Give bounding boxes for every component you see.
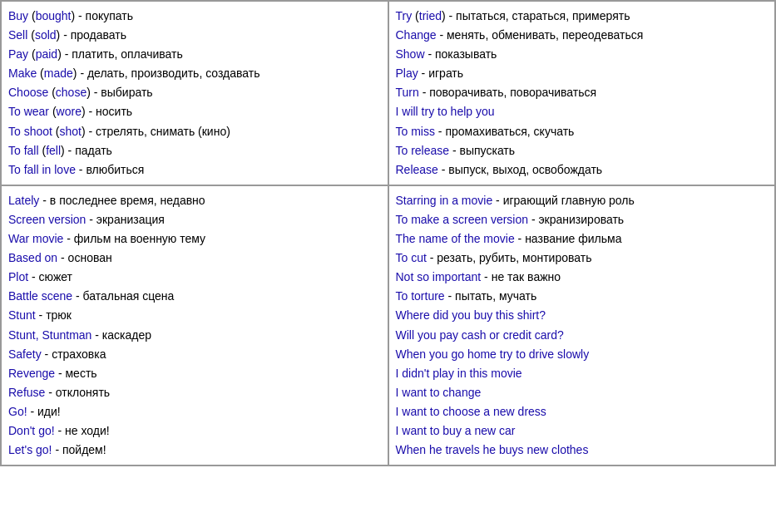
vocabulary-line: To wear (wore) - носить [8,102,381,121]
vocabulary-grid: Buy (bought) - покупатьSell (sold) - про… [0,0,776,466]
vocabulary-line: Make (made) - делать, производить, созда… [8,64,381,83]
vocabulary-line: Will you pay cash or credit card? [396,326,769,345]
vocabulary-line: The name of the movie - название фильма [396,229,769,249]
vocabulary-line: Show - показывать [396,45,769,64]
vocabulary-line: Battle scene - батальная сцена [8,287,381,306]
vocabulary-line: To release - выпускать [396,141,769,160]
vocabulary-line: Not so important - не так важно [396,268,769,287]
vocabulary-line: I want to choose a new dress [396,402,769,421]
vocabulary-line: Revenge - месть [8,364,381,383]
vocabulary-line: Refuse - отклонять [8,383,381,402]
vocabulary-line: To miss - промахиваться, скучать [396,122,769,141]
vocabulary-line: Sell (sold) - продавать [8,26,381,45]
vocabulary-cell-bottom-right: Starring in a movie - играющий главную р… [388,185,776,466]
vocabulary-line: Stunt, Stuntman - каскадер [8,326,381,345]
vocabulary-line: Turn - поворачивать, поворачиваться [396,83,769,102]
vocabulary-line: Plot - сюжет [8,268,381,287]
vocabulary-line: Pay (paid) - платить, оплачивать [8,45,381,64]
vocabulary-line: When you go home try to drive slowly [396,345,769,364]
vocabulary-line: Release - выпуск, выход, освобождать [396,160,769,180]
vocabulary-line: Screen version - экранизация [8,210,381,229]
vocabulary-line: Starring in a movie - играющий главную р… [396,191,769,210]
vocabulary-line: Play - играть [396,64,769,83]
vocabulary-line: I will try to help you [396,102,769,121]
vocabulary-line: I want to change [396,383,769,402]
vocabulary-line: To fall in love - влюбиться [8,160,381,180]
vocabulary-line: Try (tried) - пытаться, стараться, приме… [396,7,769,26]
vocabulary-line: To torture - пытать, мучать [396,287,769,306]
vocabulary-cell-bottom-left: Lately - в последнее время, недавноScree… [1,185,388,466]
vocabulary-line: Stunt - трюк [8,306,381,325]
vocabulary-line: Lately - в последнее время, недавно [8,191,381,210]
vocabulary-line: Safety - страховка [8,345,381,364]
vocabulary-line: Let's go! - пойдем! [8,441,381,460]
vocabulary-line: To make a screen version - экранизироват… [396,210,769,229]
vocabulary-line: Go! - иди! [8,402,381,421]
vocabulary-line: I didn't play in this movie [396,364,769,383]
vocabulary-line: Buy (bought) - покупать [8,7,381,26]
vocabulary-line: Change - менять, обменивать, переодевать… [396,26,769,45]
vocabulary-line: War movie - фильм на военную тему [8,229,381,249]
vocabulary-line: To shoot (shot) - стрелять, снимать (кин… [8,122,381,141]
vocabulary-line: I want to buy a new car [396,421,769,441]
vocabulary-line: To cut - резать, рубить, монтировать [396,249,769,268]
vocabulary-cell-top-right: Try (tried) - пытаться, стараться, приме… [388,1,776,185]
vocabulary-line: Don't go! - не ходи! [8,421,381,441]
vocabulary-line: Choose (chose) - выбирать [8,83,381,102]
vocabulary-line: Where did you buy this shirt? [396,306,769,325]
vocabulary-line: Based on - основан [8,249,381,268]
vocabulary-line: When he travels he buys new clothes [396,441,769,460]
vocabulary-cell-top-left: Buy (bought) - покупатьSell (sold) - про… [1,1,388,185]
vocabulary-line: To fall (fell) - падать [8,141,381,160]
